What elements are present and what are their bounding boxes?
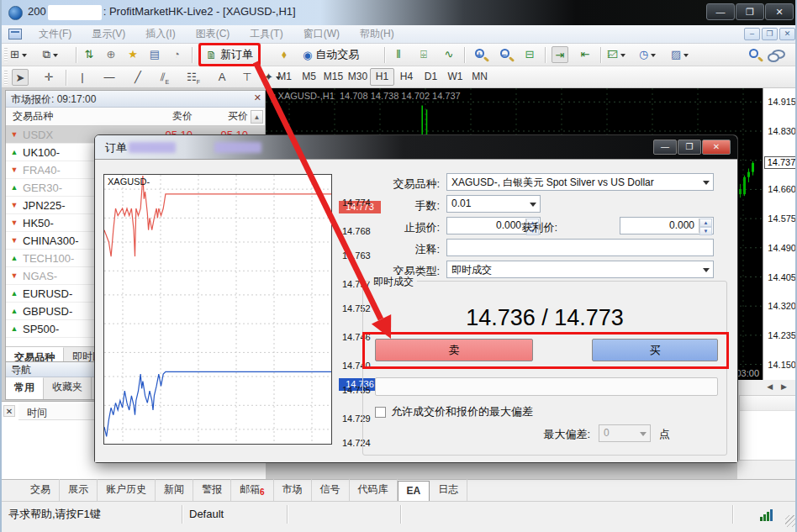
toolbar-grip[interactable] bbox=[4, 71, 8, 85]
dropdown-arrow-icon[interactable] bbox=[22, 54, 27, 57]
minimize-button[interactable]: — bbox=[706, 3, 735, 20]
scroll-up-icon[interactable]: ▲ bbox=[251, 110, 263, 124]
order-type-select[interactable]: 即时成交 bbox=[446, 261, 714, 278]
terminal-icon[interactable]: ▤ bbox=[146, 46, 163, 63]
timeframe-button[interactable]: H4 bbox=[394, 68, 419, 86]
data-window-icon[interactable]: ⊕ bbox=[103, 46, 119, 63]
indicators-icon[interactable]: 🗠 bbox=[607, 46, 625, 63]
terminal-tab[interactable]: 交易 bbox=[22, 479, 60, 501]
terminal-tab[interactable]: 新闻 bbox=[156, 479, 193, 501]
terminal-tab[interactable]: 市场 bbox=[274, 479, 312, 501]
terminal-tab[interactable]: 信号 bbox=[312, 479, 350, 501]
volume-select[interactable]: 0.01 bbox=[446, 195, 541, 213]
new-order-button[interactable]: 🗎新订单 bbox=[201, 45, 258, 64]
market-watch-icon[interactable]: ⇅ bbox=[81, 46, 98, 63]
child-close-button[interactable]: ✕ bbox=[779, 28, 795, 40]
timeframe-button[interactable]: MN bbox=[467, 68, 492, 86]
dialog-minimize-button[interactable]: — bbox=[653, 140, 677, 155]
menu-item[interactable]: 显示(V) bbox=[82, 25, 135, 43]
candlestick-chart-icon[interactable]: ⌹ bbox=[415, 46, 432, 63]
terminal-tab[interactable]: EA bbox=[398, 481, 430, 502]
dialog-restore-button[interactable]: ❐ bbox=[678, 140, 701, 155]
timeframe-button[interactable]: M30 bbox=[346, 68, 370, 86]
dropdown-arrow-icon[interactable] bbox=[53, 54, 58, 57]
terminal-tab[interactable]: 账户历史 bbox=[98, 479, 156, 501]
terminal-tab[interactable]: 展示 bbox=[60, 479, 98, 501]
line-chart-icon[interactable]: ∿ bbox=[441, 46, 457, 63]
cursor-tool-icon[interactable]: ➤ bbox=[12, 69, 29, 86]
price-direction-icon bbox=[6, 324, 23, 333]
scroll-left-icon[interactable]: ◀ bbox=[767, 382, 781, 391]
deviation-checkbox[interactable] bbox=[375, 407, 386, 418]
maximize-button[interactable]: ❐ bbox=[736, 3, 764, 20]
dropdown-arrow-icon[interactable] bbox=[620, 54, 625, 57]
timeframe-button[interactable]: M1 bbox=[272, 68, 297, 86]
comment-input[interactable] bbox=[446, 239, 714, 256]
order-dialog-titlebar[interactable]: 订单 — ❐ ✕ bbox=[95, 135, 737, 159]
bar-chart-icon[interactable]: ⫴ bbox=[390, 46, 407, 63]
close-button[interactable]: ✕ bbox=[765, 3, 794, 20]
zoom-in-icon[interactable]: + bbox=[471, 46, 488, 63]
timeframe-button[interactable]: D1 bbox=[419, 68, 443, 86]
menu-item[interactable]: 工具(T) bbox=[240, 25, 293, 43]
close-icon[interactable]: ✕ bbox=[254, 92, 261, 103]
close-icon[interactable]: ✕ bbox=[3, 405, 15, 417]
dropdown-arrow-icon[interactable] bbox=[651, 54, 656, 57]
max-deviation-select[interactable]: 0 bbox=[599, 424, 651, 442]
symbol-select[interactable]: XAGUSD-, 白银美元 Spot Silver vs US Dollar bbox=[446, 173, 714, 191]
navigator-tab[interactable]: 收藏夹 bbox=[44, 377, 92, 399]
dropdown-arrow-icon[interactable] bbox=[530, 203, 536, 207]
resize-grip[interactable] bbox=[785, 515, 797, 527]
child-minimize-button[interactable]: – bbox=[744, 28, 760, 40]
terminal-tab[interactable]: 警报 bbox=[193, 479, 231, 501]
text-tool-icon[interactable]: A bbox=[214, 69, 230, 86]
trendline-tool-icon[interactable]: ╱ bbox=[129, 69, 146, 86]
chart-shift-icon[interactable]: ⇤ bbox=[577, 46, 594, 63]
timeframe-button[interactable]: W1 bbox=[443, 68, 467, 86]
scroll-right-icon[interactable]: ▶ bbox=[781, 382, 795, 391]
take-profit-input[interactable]: 0.000▲▼ bbox=[620, 217, 714, 234]
timeframe-button[interactable]: M5 bbox=[297, 68, 321, 86]
comment-label: 注释: bbox=[339, 242, 440, 257]
zoom-out-icon[interactable]: − bbox=[496, 46, 513, 63]
dialog-close-button[interactable]: ✕ bbox=[702, 140, 731, 155]
menu-item[interactable]: 帮助(H) bbox=[350, 25, 404, 43]
fibonacci-tool-icon[interactable]: ☷F bbox=[185, 69, 202, 86]
strategy-tester-icon[interactable]: ◔ bbox=[168, 46, 185, 63]
menu-item[interactable]: 插入(I) bbox=[135, 25, 185, 43]
chat-icon[interactable] bbox=[770, 46, 787, 63]
dropdown-arrow-icon[interactable] bbox=[703, 268, 710, 272]
menu-item[interactable]: 窗口(W) bbox=[293, 25, 350, 43]
terminal-tab[interactable]: 日志 bbox=[430, 479, 467, 501]
metaeditor-icon[interactable]: ⬧ bbox=[276, 46, 293, 63]
dropdown-arrow-icon[interactable] bbox=[703, 181, 710, 185]
menu-item[interactable]: 图表(C) bbox=[186, 25, 240, 43]
terminal-tab[interactable]: 代码库 bbox=[350, 479, 398, 501]
periods-icon[interactable]: ◷ bbox=[639, 46, 656, 63]
vertical-line-tool-icon[interactable]: | bbox=[74, 69, 91, 86]
spinner-buttons[interactable]: ▲▼ bbox=[699, 219, 712, 233]
text-label-tool-icon[interactable]: ⊤ bbox=[239, 69, 256, 86]
terminal-tab[interactable]: 邮箱6 bbox=[231, 479, 274, 501]
horizontal-line-tool-icon[interactable]: — bbox=[101, 69, 118, 86]
timeframe-button[interactable]: M15 bbox=[321, 68, 346, 86]
order-dialog: 订单 — ❐ ✕ XAGUSD- 14.773 14.736 14.77414.… bbox=[94, 134, 738, 463]
auto-scroll-icon[interactable]: ⇥ bbox=[552, 46, 568, 63]
navigator-tab[interactable]: 常用 bbox=[6, 377, 44, 399]
crosshair-tool-icon[interactable]: ✛ bbox=[40, 69, 57, 86]
auto-trading-button[interactable]: ◉自动交易 bbox=[298, 45, 364, 64]
profiles-icon[interactable]: ⧉ bbox=[42, 46, 59, 63]
tile-windows-icon[interactable]: ⊟ bbox=[521, 46, 538, 63]
menu-item[interactable]: 文件(F) bbox=[29, 25, 82, 43]
dropdown-arrow-icon[interactable] bbox=[684, 54, 689, 57]
status-profile[interactable]: Default bbox=[182, 505, 288, 524]
templates-icon[interactable]: ▨ bbox=[671, 46, 689, 63]
search-icon[interactable] bbox=[745, 46, 762, 63]
timeframe-button[interactable]: H1 bbox=[370, 68, 394, 86]
new-chart-icon[interactable]: ⊞ bbox=[10, 46, 27, 63]
channel-tool-icon[interactable]: ⫽E bbox=[156, 69, 173, 86]
price-direction-icon bbox=[6, 166, 23, 174]
child-restore-button[interactable]: ❐ bbox=[762, 28, 778, 40]
toolbar-grip[interactable] bbox=[4, 48, 8, 62]
navigator-icon[interactable]: ★ bbox=[124, 46, 141, 63]
